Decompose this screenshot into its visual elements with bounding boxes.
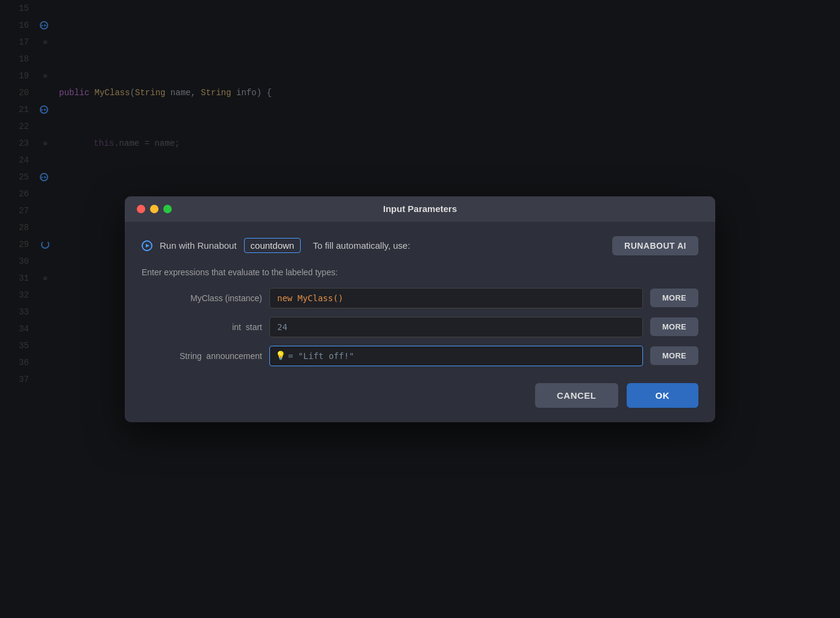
- start-input[interactable]: [269, 317, 643, 337]
- modal-overlay: Input Parameters Run with Runabout count…: [0, 0, 840, 618]
- action-row: CANCEL OK: [142, 378, 698, 408]
- close-button[interactable]: [137, 205, 145, 213]
- runabout-ai-button[interactable]: RUNABOUT AI: [612, 236, 698, 255]
- ok-button[interactable]: OK: [627, 383, 699, 408]
- param-row-announcement: String announcement 💡 MORE: [142, 346, 698, 366]
- traffic-lights: [137, 205, 172, 213]
- myclass-input[interactable]: [269, 288, 643, 308]
- modal-title: Input Parameters: [383, 204, 457, 214]
- param-label-start: int start: [142, 322, 262, 332]
- modal-titlebar: Input Parameters: [125, 196, 715, 222]
- minimize-button[interactable]: [150, 205, 158, 213]
- run-with-row: Run with Runabout countdown To fill auto…: [142, 236, 698, 255]
- param-row-myclass: MyClass (instance) MORE: [142, 288, 698, 308]
- announcement-more-button[interactable]: MORE: [650, 346, 698, 365]
- modal-body: Run with Runabout countdown To fill auto…: [125, 222, 715, 422]
- myclass-more-button[interactable]: MORE: [650, 289, 698, 307]
- description-row: Enter expressions that evaluate to the l…: [142, 267, 698, 277]
- param-label-announcement: String announcement: [142, 351, 262, 361]
- fill-label: To fill automatically, use:: [313, 240, 410, 251]
- method-badge: countdown: [244, 238, 301, 253]
- run-radio[interactable]: [142, 240, 152, 251]
- run-label: Run with Runabout: [160, 240, 237, 251]
- maximize-button[interactable]: [163, 205, 172, 213]
- input-parameters-modal: Input Parameters Run with Runabout count…: [125, 196, 715, 422]
- announcement-input-wrapper: 💡: [269, 346, 643, 366]
- announcement-input[interactable]: [269, 346, 643, 366]
- param-row-start: int start MORE: [142, 317, 698, 337]
- bulb-icon: 💡: [275, 351, 286, 361]
- cancel-button[interactable]: CANCEL: [535, 383, 618, 408]
- param-label-myclass: MyClass (instance): [142, 293, 262, 303]
- start-more-button[interactable]: MORE: [650, 317, 698, 336]
